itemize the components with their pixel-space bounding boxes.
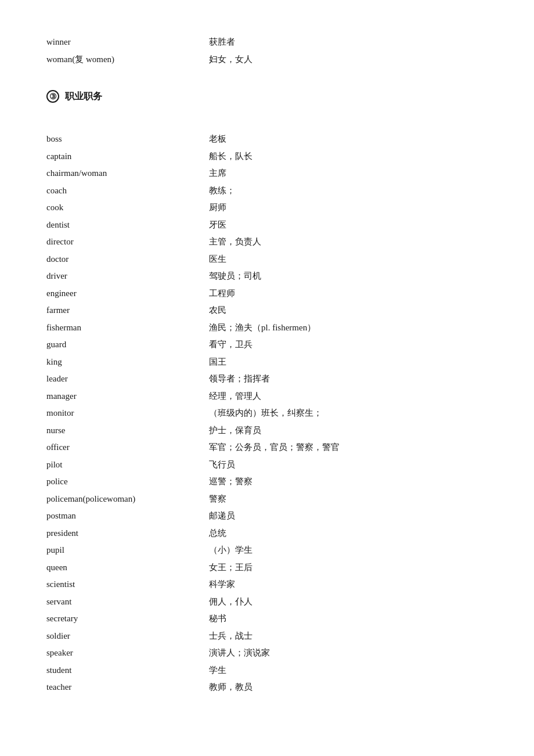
vocab-row: engineer工程师 <box>46 286 488 301</box>
vocab-section: boss老板captain船长，队长chairman/woman主席coach教… <box>46 132 488 695</box>
vocab-row: cook厨师 <box>46 200 488 215</box>
chinese-translation: 农民 <box>209 303 226 318</box>
vocab-row: speaker演讲人；演说家 <box>46 646 488 661</box>
english-word: scientist <box>46 577 209 592</box>
english-word: doctor <box>46 252 209 267</box>
section-title: 职业职务 <box>65 91 102 103</box>
chinese-translation: 巡警；警察 <box>209 474 252 489</box>
chinese-translation: 教练； <box>209 183 235 199</box>
word-row-winner: winner 获胜者 <box>46 35 488 50</box>
chinese-translation: 看守，卫兵 <box>209 337 252 352</box>
english-word: guard <box>46 337 209 352</box>
chinese-translation: 主席 <box>209 166 226 181</box>
english-word: speaker <box>46 646 209 661</box>
vocab-row: student学生 <box>46 663 488 678</box>
vocab-row: soldier士兵，战士 <box>46 629 488 644</box>
chinese-translation: 老板 <box>209 132 226 147</box>
chinese-translation: 护士，保育员 <box>209 423 261 438</box>
chinese-translation: 科学家 <box>209 577 235 592</box>
vocab-row: policeman(policewoman)警察 <box>46 492 488 507</box>
chinese-translation: （班级内的）班长，纠察生； <box>209 406 322 421</box>
vocab-row: pilot飞行员 <box>46 458 488 473</box>
chinese-translation: 厨师 <box>209 200 226 215</box>
english-word: pupil <box>46 543 209 558</box>
chinese-translation: 主管，负责人 <box>209 235 261 250</box>
chinese-translation: （小）学生 <box>209 543 252 558</box>
english-word: winner <box>46 35 209 50</box>
english-word: servant <box>46 595 209 610</box>
word-row-woman: woman(复 women) 妇女，女人 <box>46 52 488 67</box>
chinese-translation: 牙医 <box>209 218 226 233</box>
vocab-row: servant佣人，仆人 <box>46 595 488 610</box>
vocab-row: king国王 <box>46 355 488 370</box>
vocab-row: coach教练； <box>46 183 488 199</box>
english-word: coach <box>46 183 209 199</box>
english-word: police <box>46 474 209 489</box>
chinese-translation: 医生 <box>209 252 226 267</box>
vocab-row: doctor医生 <box>46 252 488 267</box>
vocab-row: scientist科学家 <box>46 577 488 592</box>
english-word: teacher <box>46 680 209 695</box>
chinese-translation: 军官；公务员，官员；警察，警官 <box>209 440 340 455</box>
top-section: winner 获胜者 woman(复 women) 妇女，女人 <box>46 35 488 67</box>
vocab-row: postman邮递员 <box>46 509 488 524</box>
english-word: chairman/woman <box>46 166 209 181</box>
vocab-row: chairman/woman主席 <box>46 166 488 181</box>
vocab-row: pupil（小）学生 <box>46 543 488 558</box>
chinese-translation: 渔民；渔夫（pl. fishermen） <box>209 321 316 336</box>
english-word: secretary <box>46 611 209 627</box>
chinese-translation: 教师，教员 <box>209 680 252 695</box>
chinese-translation: 船长，队长 <box>209 149 252 164</box>
english-word: engineer <box>46 286 209 301</box>
vocab-row: captain船长，队长 <box>46 149 488 164</box>
english-word: king <box>46 355 209 370</box>
vocab-row: manager经理，管理人 <box>46 389 488 404</box>
chinese-translation: 总统 <box>209 526 226 541</box>
english-word: dentist <box>46 218 209 233</box>
vocab-row: police巡警；警察 <box>46 474 488 489</box>
english-word: monitor <box>46 406 209 421</box>
english-word: president <box>46 526 209 541</box>
english-word: policeman(policewoman) <box>46 492 209 507</box>
english-word: queen <box>46 560 209 575</box>
section-header: ③ 职业职务 <box>46 90 488 103</box>
chinese-translation: 妇女，女人 <box>209 52 252 67</box>
chinese-translation: 佣人，仆人 <box>209 595 252 610</box>
chinese-translation: 学生 <box>209 663 226 678</box>
chinese-translation: 女王；王后 <box>209 560 252 575</box>
chinese-translation: 秘书 <box>209 611 226 627</box>
english-word: captain <box>46 149 209 164</box>
vocab-row: dentist牙医 <box>46 218 488 233</box>
vocab-row: leader领导者；指挥者 <box>46 372 488 387</box>
chinese-translation: 国王 <box>209 355 226 370</box>
chinese-translation: 邮递员 <box>209 509 235 524</box>
chinese-translation: 工程师 <box>209 286 235 301</box>
english-word: driver <box>46 269 209 284</box>
chinese-translation: 警察 <box>209 492 226 507</box>
vocab-row: director主管，负责人 <box>46 235 488 250</box>
chinese-translation: 获胜者 <box>209 35 235 50</box>
vocab-row: farmer农民 <box>46 303 488 318</box>
english-word: director <box>46 235 209 250</box>
english-word: leader <box>46 372 209 387</box>
english-word: student <box>46 663 209 678</box>
english-word: cook <box>46 200 209 215</box>
chinese-translation: 士兵，战士 <box>209 629 252 644</box>
section-number: ③ <box>46 90 59 103</box>
vocab-row: officer军官；公务员，官员；警察，警官 <box>46 440 488 455</box>
english-word: officer <box>46 440 209 455</box>
english-word: fisherman <box>46 321 209 336</box>
vocab-row: boss老板 <box>46 132 488 147</box>
vocab-row: president总统 <box>46 526 488 541</box>
english-word: soldier <box>46 629 209 644</box>
vocab-row: nurse护士，保育员 <box>46 423 488 438</box>
chinese-translation: 驾驶员；司机 <box>209 269 261 284</box>
english-word: manager <box>46 389 209 404</box>
chinese-translation: 领导者；指挥者 <box>209 372 270 387</box>
english-word: nurse <box>46 423 209 438</box>
english-word: farmer <box>46 303 209 318</box>
vocab-row: secretary秘书 <box>46 611 488 627</box>
english-word: postman <box>46 509 209 524</box>
vocab-row: guard看守，卫兵 <box>46 337 488 352</box>
english-word: boss <box>46 132 209 147</box>
